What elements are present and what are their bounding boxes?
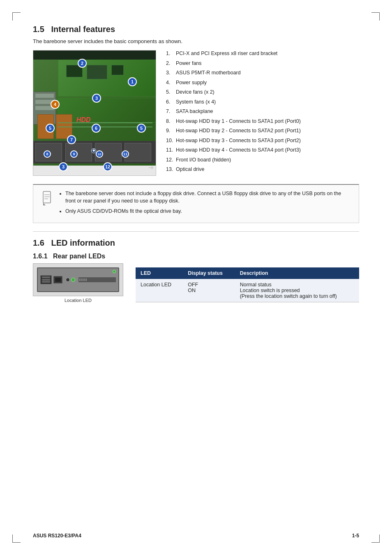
diagram-badge-5b: 5 <box>137 124 146 133</box>
list-item-4: 4. Power supply <box>166 79 359 87</box>
cell-description: Normal status Location switch is pressed… <box>235 279 359 302</box>
led-section: Location LED LED Display status Descript… <box>33 263 359 303</box>
note-icon <box>40 191 53 208</box>
corner-br <box>371 534 380 543</box>
diagram-badge-3a: 3 <box>92 94 101 103</box>
corner-bl <box>12 534 21 543</box>
section-intro: The barebone server includes the basic c… <box>33 38 359 44</box>
list-item-13: 13. Optical drive <box>166 166 359 173</box>
note-item-2: Only ASUS CD/DVD-ROMs fit the optical dr… <box>65 207 352 215</box>
list-item-3: 3. ASUS P5MT-R motherboard <box>166 69 359 77</box>
list-item-6: 6. System fans (x 4) <box>166 99 359 106</box>
features-list-container: 1. PCI-X and PCI Express x8 riser card b… <box>166 50 359 176</box>
list-item-9: 9. Hot-swap HDD tray 2 - Connects to SAT… <box>166 127 359 135</box>
diagram-badge-7: 7 <box>67 135 76 144</box>
diagram-badge-8: 8 <box>44 150 51 158</box>
list-item-1: 1. PCI-X and PCI Express x8 riser card b… <box>166 50 359 58</box>
list-item-10: 10. Hot-swap HDD tray 3 - Connects to SA… <box>166 137 359 145</box>
note-content: The barebone server does not include a f… <box>59 190 352 218</box>
led-diagram-box <box>33 263 123 296</box>
section-divider <box>33 231 359 232</box>
section-1-6-heading: 1.6 LED information <box>33 238 359 248</box>
list-item-8: 8. Hot-swap HDD tray 1 - Connects to SAT… <box>166 118 359 125</box>
table-row: Location LED OFFON Normal status Locatio… <box>136 279 359 302</box>
led-caption: Location LED <box>33 298 123 303</box>
diagram-badge-9: 9 <box>70 150 78 158</box>
note-box: The barebone server does not include a f… <box>33 184 359 223</box>
note-item-1: The barebone server does not include a f… <box>65 190 352 205</box>
footer-brand: ASUS RS120-E3/PA4 <box>33 533 81 539</box>
diagram-badge-12: 12 <box>103 162 112 171</box>
diagram-badge-2: 2 <box>78 59 87 68</box>
list-item-11: 11. Hot-swap HDD tray 4 - Connects to SA… <box>166 147 359 154</box>
list-item-2: 2. Power fans <box>166 60 359 67</box>
diagram-inner: HDD 2 1 3 4 5 <box>33 51 156 166</box>
col-description: Description <box>235 267 359 279</box>
list-item-12: 12. Front I/O board (hidden) <box>166 157 359 164</box>
col-led: LED <box>136 267 183 279</box>
section-1-6-1-heading: 1.6.1 Rear panel LEDs <box>33 253 359 260</box>
diagram-badge-4: 4 <box>51 100 60 109</box>
col-display-status: Display status <box>183 267 235 279</box>
cell-display-status: OFFON <box>183 279 235 302</box>
footer-page: 1-5 <box>352 533 359 539</box>
footer-bar: ASUS RS120-E3/PA4 1-5 <box>33 533 359 539</box>
corner-tr <box>371 12 380 21</box>
server-diagram: HDD 2 1 3 4 5 <box>33 50 156 176</box>
diagram-badge-6: 6 <box>92 124 101 133</box>
section-1-5-heading: 1.5 Internal features <box>33 25 359 34</box>
list-item-7: 7. SATA backplane <box>166 108 359 115</box>
cell-led-name: Location LED <box>136 279 183 302</box>
diagram-badge-11: 11 <box>122 150 129 158</box>
page: 1.5 Internal features The barebone serve… <box>0 0 392 555</box>
led-table-wrap: LED Display status Description Location … <box>136 263 359 302</box>
diagram-badge-10: 10 <box>96 150 103 158</box>
diagram-badge-5a: 5 <box>46 124 55 133</box>
diagram-badge-1: 1 <box>128 77 137 86</box>
content-area: HDD 2 1 3 4 5 <box>33 50 359 176</box>
led-table: LED Display status Description Location … <box>136 267 359 302</box>
corner-tl <box>12 12 21 21</box>
table-header-row: LED Display status Description <box>136 267 359 279</box>
diagram-badge-3b: 3 <box>59 162 68 171</box>
svg-rect-0 <box>43 191 51 203</box>
led-diagram: Location LED <box>33 263 123 303</box>
list-item-5: 5. Device fans (x 2) <box>166 89 359 96</box>
